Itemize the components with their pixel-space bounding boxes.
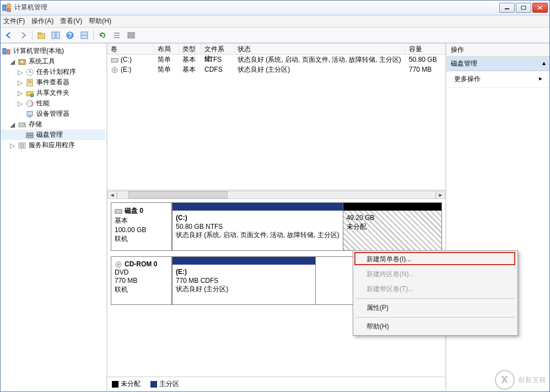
actions-panel: 操作 磁盘管理 ▴ 更多操作 ▸	[446, 44, 550, 391]
menu-view[interactable]: 查看(V)	[60, 17, 82, 26]
ctx-separator	[355, 317, 515, 318]
scroll-right-icon[interactable]: ►	[436, 191, 445, 199]
partition[interactable]: (C:) 50.80 GB NTFS 状态良好 (系统, 启动, 页面文件, 活…	[172, 203, 343, 250]
watermark-text: 创新互联	[518, 375, 547, 385]
collapse-icon: ▴	[542, 59, 546, 68]
svg-rect-10	[56, 32, 60, 39]
scroll-thumb[interactable]	[128, 191, 228, 198]
disk-block: 磁盘 0 基本 100.00 GB 联机 (C:) 50.80 GB NTFS …	[111, 202, 442, 251]
tree-disk-management[interactable]: 磁盘管理	[1, 130, 105, 140]
volume-row[interactable]: (E:) 简单 基本 CDFS 状态良好 (主分区) 770 MB	[107, 65, 445, 74]
close-button[interactable]	[532, 3, 548, 13]
partition-bar	[172, 203, 343, 211]
ctx-new-spanned-volume: 新建跨区卷(N)...	[354, 267, 516, 282]
forward-icon[interactable]	[18, 30, 29, 41]
legend-swatch-unallocated	[112, 381, 118, 388]
menu-help[interactable]: 帮助(H)	[89, 17, 111, 26]
partition[interactable]: (E:) 770 MB CDFS 状态良好 (主分区)	[172, 257, 315, 304]
partition-unallocated[interactable]: 49.20 GB 未分配	[343, 203, 441, 250]
context-menu: 新建简单卷(I)... 新建跨区卷(N)... 新建带区卷(T)... 属性(P…	[353, 250, 518, 336]
h-scrollbar[interactable]: ◄ ►	[107, 190, 445, 199]
disk-label[interactable]: 磁盘 0 基本 100.00 GB 联机	[111, 203, 172, 250]
svg-rect-1	[7, 4, 10, 7]
svg-rect-9	[52, 32, 55, 39]
back-icon[interactable]	[3, 30, 14, 41]
tree-performance[interactable]: ▷性能	[1, 98, 105, 109]
svg-rect-19	[128, 36, 134, 38]
partition-bar	[343, 203, 441, 211]
col-status[interactable]: 状态	[234, 44, 406, 54]
svg-rect-2	[7, 8, 10, 12]
col-fs[interactable]: 文件系统	[201, 44, 234, 54]
svg-rect-4	[521, 6, 526, 9]
actions-more[interactable]: 更多操作 ▸	[446, 71, 550, 88]
disk-label[interactable]: CD-ROM 0 DVD 770 MB 联机	[111, 257, 172, 304]
svg-rect-34	[27, 111, 33, 116]
ctx-properties[interactable]: 属性(P)	[354, 300, 516, 315]
title-bar: 计算机管理	[0, 0, 550, 15]
menu-file[interactable]: 文件(F)	[3, 17, 25, 26]
refresh-icon[interactable]	[97, 30, 108, 41]
toolbar: ?	[0, 28, 550, 43]
scroll-left-icon[interactable]: ◄	[107, 191, 117, 199]
disk-icon	[115, 208, 122, 214]
maximize-button[interactable]	[516, 3, 531, 13]
watermark-badge: X	[495, 370, 515, 390]
volume-list-header: 卷 布局 类型 文件系统 状态 容量	[107, 44, 445, 55]
volume-list: (C:) 简单 基本 NTFS 状态良好 (系统, 启动, 页面文件, 活动, …	[107, 55, 445, 190]
svg-rect-35	[28, 116, 31, 117]
svg-point-23	[21, 61, 23, 63]
svg-rect-20	[3, 49, 6, 54]
tree-shared-folders[interactable]: ▷共享文件夹	[1, 88, 105, 98]
settings-icon[interactable]	[79, 30, 90, 41]
ctx-separator	[355, 298, 515, 299]
minimize-button[interactable]	[499, 3, 515, 13]
svg-rect-42	[111, 58, 118, 62]
tree-root[interactable]: 计算机管理(本地)	[1, 46, 105, 56]
watermark: X 创新互联	[495, 370, 547, 390]
menu-bar: 文件(F) 操作(A) 查看(V) 帮助(H)	[0, 15, 550, 28]
svg-point-37	[24, 124, 25, 125]
chevron-right-icon: ▸	[539, 74, 542, 84]
tree-services-apps[interactable]: ▷服务和应用程序	[1, 140, 105, 151]
svg-rect-8	[38, 33, 41, 34]
tree-panel: 计算机管理(本地) ◢系统工具 ▷任务计划程序 ▷事件查看器 ▷共享文件夹 ▷性…	[0, 44, 107, 391]
col-type[interactable]: 类型	[179, 44, 201, 54]
up-icon[interactable]	[36, 30, 47, 41]
legend: 未分配 主分区	[107, 377, 445, 391]
actions-header: 操作	[446, 44, 550, 57]
list-icon[interactable]	[111, 30, 122, 41]
col-layout[interactable]: 布局	[154, 44, 179, 54]
col-volume[interactable]: 卷	[107, 44, 154, 54]
volume-row[interactable]: (C:) 简单 基本 NTFS 状态良好 (系统, 启动, 页面文件, 活动, …	[107, 55, 445, 65]
svg-rect-0	[3, 5, 6, 10]
svg-rect-39	[26, 136, 33, 138]
window-title: 计算机管理	[14, 3, 499, 12]
tree-storage[interactable]: ◢存储	[1, 119, 105, 130]
svg-point-32	[26, 100, 33, 107]
tree-task-scheduler[interactable]: ▷任务计划程序	[1, 67, 105, 77]
ctx-help[interactable]: 帮助(H)	[354, 319, 516, 334]
svg-text:?: ?	[68, 31, 72, 39]
svg-rect-18	[128, 33, 134, 35]
svg-rect-38	[26, 133, 33, 135]
svg-rect-21	[7, 50, 10, 54]
menu-action[interactable]: 操作(A)	[31, 17, 53, 26]
tree-event-viewer[interactable]: ▷事件查看器	[1, 77, 105, 88]
disk-list-icon[interactable]	[126, 30, 137, 41]
ctx-new-striped-volume: 新建带区卷(T)...	[354, 282, 516, 297]
help-icon[interactable]: ?	[64, 30, 76, 41]
show-hide-tree-icon[interactable]	[50, 30, 61, 41]
drive-icon	[111, 57, 118, 63]
cdrom-icon	[111, 67, 118, 73]
svg-rect-45	[115, 210, 122, 213]
tree-device-manager[interactable]: 设备管理器	[1, 109, 105, 119]
svg-point-44	[114, 69, 116, 71]
ctx-new-simple-volume[interactable]: 新建简单卷(I)...	[354, 252, 516, 267]
svg-point-31	[30, 94, 34, 97]
col-capacity[interactable]: 容量	[406, 44, 445, 54]
partition-bar	[172, 257, 315, 265]
legend-swatch-primary	[150, 381, 157, 388]
actions-section[interactable]: 磁盘管理 ▴	[446, 57, 550, 71]
tree-system-tools[interactable]: ◢系统工具	[1, 56, 105, 67]
